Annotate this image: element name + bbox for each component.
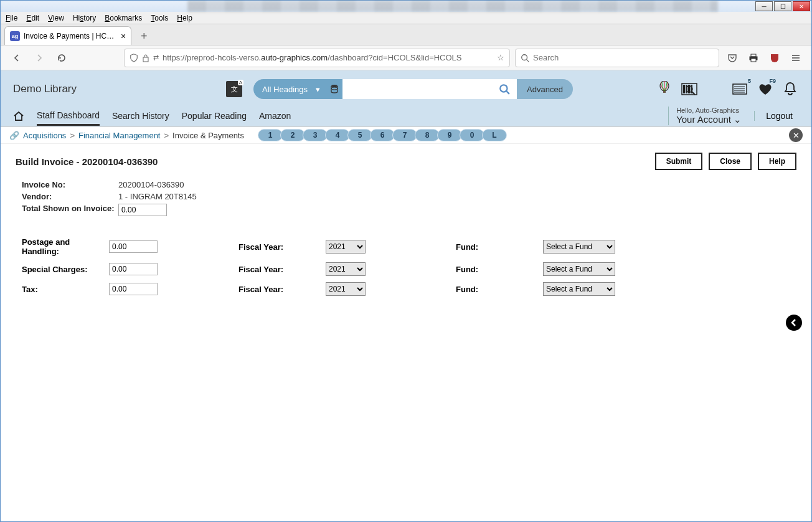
- menu-edit[interactable]: Edit: [26, 14, 39, 22]
- permissions-icon[interactable]: ⇄: [153, 54, 159, 62]
- submit-button[interactable]: Submit: [655, 153, 703, 170]
- language-icon[interactable]: 文: [226, 81, 242, 97]
- page-5[interactable]: 5: [347, 129, 372, 141]
- account-dropdown[interactable]: Hello, Auto-Graphics Your Account ⌄: [668, 107, 742, 125]
- label-total-shown: Total Shown on Invoice:: [22, 204, 118, 213]
- value-invoice-no: 20200104-036390: [118, 180, 184, 189]
- headings-dropdown[interactable]: All Headings: [253, 79, 326, 99]
- close-button[interactable]: Close: [709, 153, 752, 170]
- heart-icon[interactable]: F9: [757, 80, 774, 98]
- catalog-search-button[interactable]: [492, 79, 517, 99]
- ublock-icon[interactable]: [767, 50, 783, 66]
- svg-rect-5: [751, 59, 756, 62]
- input-total-shown[interactable]: [118, 204, 167, 216]
- lock-icon[interactable]: [142, 54, 149, 62]
- url-text: https://preprod-hcols-verso.auto-graphic…: [163, 53, 493, 62]
- label-tax: Tax:: [22, 285, 109, 294]
- input-special[interactable]: [109, 263, 158, 275]
- url-field[interactable]: ⇄ https://preprod-hcols-verso.auto-graph…: [124, 49, 510, 67]
- balloon-icon[interactable]: [656, 80, 673, 98]
- menu-file[interactable]: File: [6, 14, 17, 22]
- logout-link[interactable]: Logout: [754, 111, 793, 121]
- input-tax[interactable]: [109, 283, 158, 295]
- crumb-invoice-payments: Invoice & Payments: [172, 131, 244, 140]
- select-fy-1[interactable]: 2021: [326, 262, 366, 276]
- tab-close-icon[interactable]: ×: [121, 31, 126, 41]
- news-badge: 5: [746, 78, 753, 84]
- nav-search-history[interactable]: Search History: [112, 107, 169, 125]
- database-icon[interactable]: [326, 79, 342, 99]
- label-fy-0: Fiscal Year:: [238, 242, 326, 252]
- bell-icon[interactable]: [781, 80, 799, 98]
- print-icon[interactable]: [745, 50, 762, 66]
- window-close-button[interactable]: ✕: [793, 1, 810, 11]
- page-title: Build Invoice - 20200104-036390: [16, 156, 158, 167]
- back-button[interactable]: [8, 49, 26, 67]
- svg-line-2: [527, 59, 529, 62]
- forward-button[interactable]: [31, 49, 48, 67]
- svg-rect-22: [733, 84, 747, 94]
- news-icon[interactable]: 5: [732, 80, 749, 98]
- page-7[interactable]: 7: [392, 129, 417, 141]
- menu-history[interactable]: History: [73, 14, 96, 22]
- nav-popular-reading[interactable]: Popular Reading: [182, 107, 247, 125]
- nav-staff-dashboard[interactable]: Staff Dashboard: [37, 107, 100, 126]
- page-9[interactable]: 9: [437, 129, 462, 141]
- window-minimize-button[interactable]: ─: [755, 1, 773, 11]
- crumb-acquisitions[interactable]: Acquisitions: [23, 131, 66, 140]
- page-6[interactable]: 6: [370, 129, 395, 141]
- page-2[interactable]: 2: [280, 129, 305, 141]
- menu-help[interactable]: Help: [177, 14, 192, 22]
- browser-search-field[interactable]: [515, 49, 719, 67]
- crumb-financial[interactable]: Financial Management: [78, 131, 161, 140]
- nav-amazon[interactable]: Amazon: [259, 107, 291, 125]
- advanced-search-button[interactable]: Advanced: [517, 79, 573, 99]
- shield-icon[interactable]: [130, 54, 138, 62]
- reload-button[interactable]: [53, 49, 70, 67]
- hamburger-menu-icon[interactable]: [788, 50, 804, 66]
- pager: 1 2 3 4 5 6 7 8 9 0 L: [260, 129, 507, 141]
- expand-panel-icon[interactable]: [786, 315, 802, 331]
- select-fy-0[interactable]: 2021: [326, 240, 366, 254]
- home-icon[interactable]: [13, 111, 24, 121]
- close-panel-icon[interactable]: ✕: [789, 128, 803, 142]
- help-button[interactable]: Help: [758, 153, 796, 170]
- input-postage[interactable]: [109, 240, 158, 253]
- select-fund-1[interactable]: Select a Fund: [543, 262, 615, 276]
- browser-search-input[interactable]: [533, 53, 714, 62]
- svg-line-12: [506, 91, 509, 94]
- page-8[interactable]: 8: [415, 129, 440, 141]
- label-special: Special Charges:: [22, 265, 109, 274]
- select-fund-0[interactable]: Select a Fund: [543, 240, 615, 254]
- page-3[interactable]: 3: [303, 129, 328, 141]
- tab-favicon: ag: [10, 31, 20, 41]
- label-fund-2: Fund:: [456, 285, 543, 294]
- window-maximize-button[interactable]: ☐: [774, 1, 791, 11]
- bookshelf-icon[interactable]: [681, 80, 698, 98]
- svg-point-10: [331, 87, 338, 90]
- menu-tools[interactable]: Tools: [151, 14, 168, 22]
- menu-view[interactable]: View: [48, 14, 64, 22]
- svg-rect-3: [751, 54, 756, 57]
- svg-rect-16: [683, 85, 685, 93]
- svg-rect-0: [143, 57, 148, 62]
- new-tab-button[interactable]: +: [135, 27, 153, 45]
- catalog-search-input[interactable]: [342, 79, 492, 99]
- svg-point-9: [331, 85, 338, 87]
- browser-tab[interactable]: ag Invoice & Payments | HCOLS | H ×: [4, 26, 131, 45]
- heart-badge: F9: [767, 78, 778, 84]
- browser-menu-bar: File Edit View History Bookmarks Tools H…: [1, 12, 811, 24]
- bookmark-star-icon[interactable]: ☆: [497, 53, 504, 62]
- menu-bookmarks[interactable]: Bookmarks: [105, 14, 142, 22]
- page-1[interactable]: 1: [258, 129, 283, 141]
- select-fund-2[interactable]: Select a Fund: [543, 282, 615, 296]
- account-greeting: Hello, Auto-Graphics: [676, 107, 742, 114]
- page-last[interactable]: L: [482, 129, 507, 141]
- page-0[interactable]: 0: [460, 129, 484, 141]
- label-fund-0: Fund:: [456, 242, 543, 252]
- page-4[interactable]: 4: [325, 129, 350, 141]
- pocket-icon[interactable]: [724, 50, 740, 66]
- svg-rect-14: [663, 91, 666, 93]
- select-fy-2[interactable]: 2021: [326, 282, 366, 296]
- chevron-down-icon: ⌄: [731, 114, 742, 125]
